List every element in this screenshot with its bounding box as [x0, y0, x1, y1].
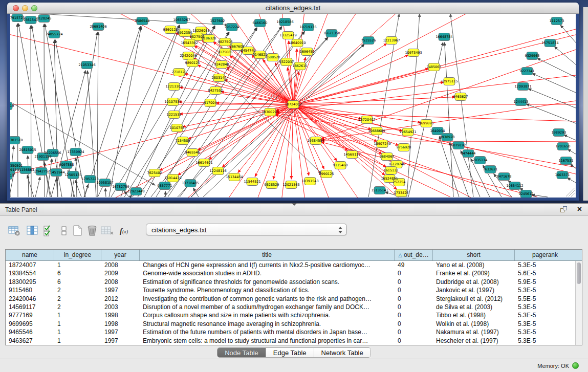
- graph-node-label: 8471678: [497, 174, 512, 179]
- column-header-title[interactable]: title: [140, 250, 395, 260]
- graph-node-label: 16120746: [388, 162, 405, 166]
- graph-node-label: 16914479: [164, 176, 181, 180]
- table-row[interactable]: 1938455462009Genome-wide association stu…: [6, 269, 582, 277]
- graph-node-label: 6466160: [253, 21, 268, 25]
- graph-node-label: 16614601: [195, 161, 212, 165]
- window-titlebar[interactable]: citations_edges.txt: [7, 3, 579, 14]
- graph-node-label: 9322037: [279, 60, 294, 64]
- network-desktop: citations_edges.txt 79157239361541812824…: [0, 0, 588, 203]
- tab-edge-table[interactable]: Edge Table: [266, 348, 314, 357]
- cell-year: 1997: [101, 337, 140, 345]
- cell-in_degree: 2: [54, 303, 101, 311]
- table-row[interactable]: 1872400712008Changes of HCN gene express…: [6, 261, 582, 269]
- table-panel-header[interactable]: Table Panel ×: [0, 204, 588, 216]
- cell-out_degree: 0: [395, 303, 433, 311]
- cell-pagerank: 5.3E-5: [515, 261, 575, 269]
- graph-node-label: 11544521: [244, 180, 260, 184]
- table-settings-icon[interactable]: [7, 224, 21, 238]
- splitter-grip-icon[interactable]: [292, 203, 297, 206]
- graph-node-label: 1989293: [552, 130, 567, 135]
- graph-node-label: 9227341: [520, 69, 535, 73]
- graph-node-label: 22420046: [180, 54, 197, 58]
- graph-node-label: 1070619: [10, 104, 14, 108]
- cell-title: Disruption of a novel member of a sodium…: [140, 303, 395, 311]
- graph-node-label: 21053346: [78, 63, 95, 67]
- table-header-row[interactable]: namein_degreeyeartitle△out_de…shortpager…: [6, 250, 582, 261]
- graph-node-label: 3175685: [218, 50, 233, 54]
- graph-node-label: 10654112: [506, 184, 523, 188]
- table-row[interactable]: 1830029562008Estimation of significance …: [6, 278, 582, 286]
- graph-node-label: 9699695: [419, 121, 434, 125]
- table-row[interactable]: 946362711997Embryonic stem cells: a mode…: [6, 337, 582, 345]
- graph-node-label: 20815015: [19, 148, 36, 152]
- graph-node-label: 7154509: [176, 139, 190, 143]
- cell-short: Franke et al. (2009): [433, 269, 515, 277]
- graph-node-label: 8454749: [241, 49, 256, 53]
- column-header-short[interactable]: short: [433, 250, 515, 260]
- column-header-name[interactable]: name: [6, 250, 54, 260]
- graph-node-label: 1733426: [394, 191, 409, 195]
- cell-short: Wolkin et al. (1998): [433, 320, 515, 328]
- graph-node-label: 12021563: [282, 183, 299, 187]
- table-body[interactable]: 1872400712008Changes of HCN gene express…: [6, 261, 582, 345]
- graph-node-label: 9245612: [519, 192, 534, 196]
- cell-pagerank: 5.3E-5: [515, 337, 575, 345]
- table-tabs[interactable]: Node TableEdge TableNetwork Table: [217, 347, 371, 358]
- graph-node-label: 10958107: [96, 181, 113, 185]
- graph-node-label: 8938928: [440, 135, 455, 139]
- table-row[interactable]: 946554611997Estimation of the future num…: [6, 328, 582, 336]
- table-row[interactable]: 911546021997Tourette syndrome. Phenomeno…: [6, 286, 582, 294]
- network-view-window[interactable]: citations_edges.txt 79157239361541812824…: [7, 3, 579, 201]
- graph-node-label: 18300295: [262, 110, 278, 114]
- cell-short: Dudbridge et al. (2008): [433, 278, 515, 286]
- column-header-year[interactable]: year: [101, 250, 140, 260]
- column-header-in_degree[interactable]: in_degree: [54, 250, 101, 260]
- delete-icon[interactable]: [85, 224, 99, 238]
- function-builder-icon[interactable]: f(x): [117, 224, 131, 238]
- graph-node-label: 13718485: [182, 181, 199, 185]
- row-height-icon[interactable]: [57, 224, 72, 238]
- table-row[interactable]: 969969511998Structural magnetic resonanc…: [6, 320, 582, 328]
- graph-node-label: 19218586: [276, 20, 293, 24]
- table-row[interactable]: 977716911998Corpus callosum shape and si…: [6, 311, 582, 319]
- node-table[interactable]: namein_degreeyeartitle△out_de…shortpager…: [5, 249, 582, 345]
- column-header-pagerank[interactable]: pagerank: [515, 250, 575, 260]
- new-file-icon[interactable]: [71, 224, 85, 238]
- column-header-out_degree[interactable]: △out_de…: [395, 250, 433, 260]
- graph-node-label: 7515526: [361, 38, 376, 42]
- table-row[interactable]: 2242004622012Investigating the contribut…: [6, 295, 582, 303]
- graph-node-label: 10107534: [164, 100, 181, 104]
- cell-name: 18724007: [6, 261, 54, 269]
- cell-name: 9463627: [6, 337, 54, 345]
- cell-in_degree: 6: [54, 269, 101, 277]
- table-scrollbar[interactable]: [575, 261, 582, 345]
- graph-node-label: 1221533: [167, 113, 182, 117]
- cell-short: de Silva et al. (2003): [433, 303, 515, 311]
- scrollbar-thumb[interactable]: [577, 262, 581, 284]
- table-selector-dropdown[interactable]: citations_edges.txt: [146, 224, 347, 235]
- window-title: citations_edges.txt: [7, 4, 579, 12]
- network-graph-canvas[interactable]: 7915723936154181282452405572420691406958…: [10, 14, 576, 198]
- graph-node-label: 12975115: [441, 79, 458, 83]
- cell-pagerank: 5.3E-5: [515, 303, 575, 311]
- graph-node-label: 8990125: [319, 172, 334, 176]
- select-columns-icon[interactable]: [26, 224, 40, 238]
- cell-out_degree: 0: [395, 269, 433, 277]
- tab-network-table[interactable]: Network Table: [314, 348, 371, 357]
- cell-short: Nakamura et al. (1997): [433, 328, 515, 336]
- graph-node-label: 19384554: [307, 139, 324, 143]
- select-rows-icon[interactable]: [42, 224, 56, 238]
- graph-node-label: 1167531: [559, 159, 574, 163]
- memory-status-label: Memory: OK: [537, 363, 569, 369]
- cell-year: 1998: [101, 320, 140, 328]
- close-panel-icon[interactable]: ×: [577, 204, 582, 214]
- graph-node-label: 8427552: [208, 89, 223, 93]
- cell-short: Stergiakouli et al. (2012): [433, 295, 515, 303]
- cell-year: 1998: [101, 311, 140, 319]
- graph-node-label: 9756928: [397, 145, 411, 149]
- cell-year: 2003: [101, 303, 140, 311]
- graph-node-label: 9463627: [453, 95, 468, 99]
- table-row[interactable]: 1456911722003Disruption of a novel membe…: [6, 303, 582, 311]
- float-panel-icon[interactable]: [560, 206, 568, 213]
- tab-node-table[interactable]: Node Table: [217, 348, 266, 357]
